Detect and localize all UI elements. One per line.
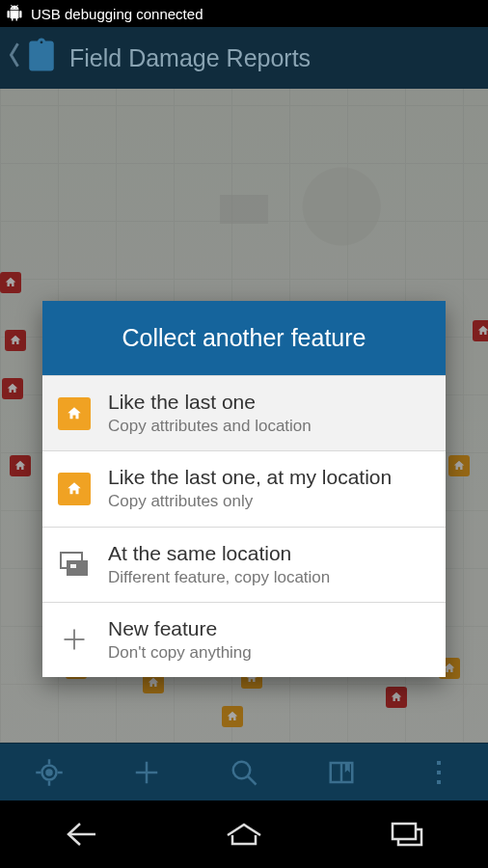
house-icon bbox=[58, 473, 91, 505]
android-icon bbox=[6, 5, 23, 22]
app-header: Field Damage Reports bbox=[0, 27, 488, 89]
option-new-feature[interactable]: New feature Don't copy anything bbox=[42, 602, 446, 677]
option-title: At the same location bbox=[108, 541, 330, 565]
page-title: Field Damage Reports bbox=[69, 44, 311, 72]
svg-point-13 bbox=[233, 761, 251, 778]
option-subtitle: Copy attributes and location bbox=[108, 416, 312, 437]
collect-feature-dialog: Collect another feature Like the last on… bbox=[42, 301, 446, 677]
status-text: USB debugging connected bbox=[31, 6, 203, 22]
svg-rect-2 bbox=[69, 563, 77, 569]
dialog-title: Collect another feature bbox=[42, 301, 446, 375]
stack-icon bbox=[58, 548, 91, 581]
svg-rect-19 bbox=[393, 824, 416, 839]
search-button[interactable] bbox=[225, 753, 263, 792]
nav-recent-button[interactable] bbox=[378, 815, 436, 854]
option-subtitle: Copy attributes only bbox=[108, 491, 392, 512]
svg-point-6 bbox=[46, 770, 51, 774]
overflow-button[interactable] bbox=[420, 753, 458, 792]
option-subtitle: Don't copy anything bbox=[108, 642, 252, 664]
back-chevron-icon[interactable] bbox=[8, 41, 21, 75]
option-like-last-one[interactable]: Like the last one Copy attributes and lo… bbox=[42, 375, 446, 450]
option-title: New feature bbox=[108, 616, 252, 640]
svg-rect-18 bbox=[437, 780, 441, 784]
bookmarks-button[interactable] bbox=[322, 753, 361, 792]
status-bar: USB debugging connected bbox=[0, 0, 488, 27]
nav-back-button[interactable] bbox=[52, 815, 110, 854]
clipboard-icon[interactable] bbox=[25, 37, 58, 79]
svg-rect-16 bbox=[437, 761, 441, 765]
bottom-toolbar bbox=[0, 743, 488, 800]
locate-button[interactable] bbox=[30, 753, 68, 792]
option-title: Like the last one bbox=[108, 390, 312, 414]
svg-line-14 bbox=[248, 775, 257, 784]
plus-icon bbox=[58, 623, 91, 656]
nav-home-button[interactable] bbox=[215, 815, 273, 854]
svg-rect-17 bbox=[437, 771, 441, 774]
option-subtitle: Different feature, copy location bbox=[108, 567, 330, 588]
house-icon bbox=[58, 397, 91, 430]
map-canvas[interactable]: Collect another feature Like the last on… bbox=[0, 89, 488, 743]
option-like-last-my-location[interactable]: Like the last one, at my location Copy a… bbox=[42, 450, 446, 526]
option-same-location[interactable]: At the same location Different feature, … bbox=[42, 527, 446, 602]
add-button[interactable] bbox=[127, 753, 166, 792]
system-nav-bar bbox=[0, 800, 488, 868]
option-title: Like the last one, at my location bbox=[108, 465, 392, 489]
